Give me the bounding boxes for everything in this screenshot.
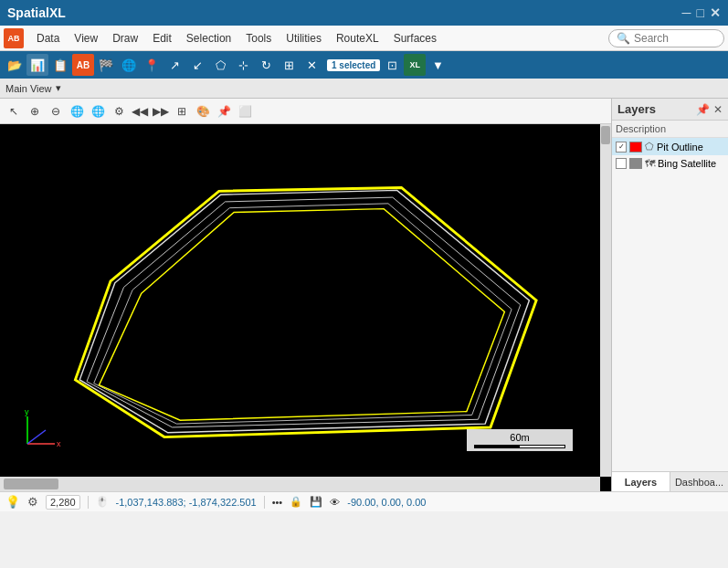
menu-routexl[interactable]: RouteXL: [329, 28, 386, 48]
tb-cursor2-btn[interactable]: ⊹: [232, 54, 254, 76]
maximize-button[interactable]: □: [697, 5, 704, 20]
map-svg: [0, 124, 600, 477]
lt-gear-btn[interactable]: ⚙: [109, 101, 129, 121]
lt-globe-btn[interactable]: 🌐: [67, 101, 87, 121]
title-bar: SpatialXL ─ □ ✕: [0, 0, 728, 26]
canvas-area: ↖ ⊕ ⊖ 🌐 🌐 ⚙ ◀◀ ▶▶ ⊞ 🎨 📌 ⬜: [0, 99, 611, 491]
menu-utilities[interactable]: Utilities: [279, 28, 329, 48]
tb-excel-btn[interactable]: XL: [404, 54, 426, 76]
list-item[interactable]: ⬠ Pit Outline: [612, 138, 728, 155]
axis-indicator: y x: [18, 407, 64, 453]
search-icon: 🔍: [617, 32, 630, 45]
layer-name-label: Pit Outline: [657, 142, 724, 153]
lt-next-btn[interactable]: ▶▶: [151, 101, 171, 121]
lt-rect-btn[interactable]: ⬜: [235, 101, 255, 121]
tb-globe-btn[interactable]: 🌐: [118, 54, 140, 76]
save-icon[interactable]: 💾: [310, 496, 322, 508]
scale-line: [474, 445, 565, 448]
lt-palette-btn[interactable]: 🎨: [193, 101, 213, 121]
tb-ab-btn[interactable]: AB: [72, 54, 94, 76]
view-tab-bar: Main View ▾: [0, 79, 728, 99]
scroll-bottom[interactable]: [0, 477, 600, 491]
tb-data-btn[interactable]: 📊: [26, 54, 48, 76]
lt-zoom-in-btn[interactable]: ⊕: [25, 101, 45, 121]
svg-marker-0: [79, 190, 529, 432]
status-settings-icon[interactable]: ⚙: [27, 495, 38, 509]
svg-text:x: x: [57, 439, 61, 448]
eye-icon: 👁: [330, 497, 340, 508]
tb-poly-btn[interactable]: ⬠: [209, 54, 231, 76]
tb-down-btn[interactable]: ▼: [427, 54, 448, 76]
main-toolbar: 📂 📊 📋 AB 🏁 🌐 📍 ↗ ↙ ⬠ ⊹ ↻ ⊞ ✕ 1 selected …: [0, 51, 728, 79]
view-tab-label[interactable]: Main View: [5, 83, 52, 94]
lt-bookmark-btn[interactable]: 📌: [214, 101, 234, 121]
tb-pin-btn[interactable]: 📍: [141, 54, 163, 76]
tb-delete-btn[interactable]: ✕: [301, 54, 322, 76]
svg-line-9: [27, 430, 46, 444]
tb-rotate-btn[interactable]: ↻: [255, 54, 277, 76]
search-box[interactable]: 🔍: [608, 29, 724, 47]
layers-close-btn[interactable]: ✕: [713, 103, 723, 116]
menu-surfaces[interactable]: Surfaces: [386, 28, 444, 48]
menu-selection[interactable]: Selection: [179, 28, 238, 48]
close-button[interactable]: ✕: [710, 5, 721, 20]
layer-name-label: Bing Satellite: [658, 158, 724, 169]
menu-data[interactable]: Data: [29, 28, 67, 48]
cursor-icon: 🖱️: [96, 496, 109, 508]
search-input[interactable]: [634, 32, 716, 45]
tb-table-btn[interactable]: 📋: [49, 54, 71, 76]
selection-badge: 1 selected: [327, 59, 380, 71]
layers-header: Layers 📌 ✕: [612, 99, 728, 121]
menu-draw[interactable]: Draw: [105, 28, 145, 48]
minimize-button[interactable]: ─: [682, 5, 691, 20]
layers-column-header: Description: [612, 121, 728, 138]
tb-arrow-btn[interactable]: ↗: [164, 54, 185, 76]
layer-type-icon: 🗺: [645, 158, 655, 169]
tab-layers[interactable]: Layers: [612, 472, 670, 491]
rotation-display: -90.00, 0.00, 0.00: [347, 497, 426, 508]
layers-header-controls: 📌 ✕: [696, 103, 723, 116]
dot-indicator: •••: [272, 497, 283, 508]
zoom-dropdown[interactable]: 2,280: [46, 495, 80, 510]
lt-prev-btn[interactable]: ◀◀: [130, 101, 150, 121]
view-tab-dropdown[interactable]: ▾: [56, 82, 61, 94]
layer-type-icon: ⬠: [645, 141, 654, 153]
title-bar-controls: ─ □ ✕: [682, 5, 721, 20]
lt-arrow-btn[interactable]: ↖: [4, 101, 24, 121]
svg-text:y: y: [25, 407, 29, 416]
lt-globe2-btn[interactable]: 🌐: [88, 101, 108, 121]
menu-tools[interactable]: Tools: [238, 28, 279, 48]
layer-bottom-tabs: Layers Dashboa...: [612, 471, 728, 491]
status-bulb-icon[interactable]: 💡: [5, 495, 20, 509]
layer-visibility-check[interactable]: [616, 142, 627, 153]
coordinate-display: -1,037,143.883; -1,874,322.501: [116, 497, 257, 508]
status-sep-1: [88, 496, 89, 509]
menu-view[interactable]: View: [67, 28, 105, 48]
tab-dashboard[interactable]: Dashboa...: [670, 472, 728, 491]
lt-grid-btn[interactable]: ⊞: [172, 101, 192, 121]
tb-select-btn[interactable]: ⊞: [278, 54, 300, 76]
lock-icon[interactable]: 🔒: [290, 496, 302, 508]
app-title: SpatialXL: [7, 5, 66, 20]
tb-cursor-btn[interactable]: ↙: [186, 54, 208, 76]
tb-open-btn[interactable]: 📂: [4, 54, 26, 76]
lt-zoom-out-btn[interactable]: ⊖: [46, 101, 66, 121]
layer-visibility-check[interactable]: [616, 158, 627, 169]
status-sep-2: [264, 496, 265, 509]
menu-bar: AB Data View Draw Edit Selection Tools U…: [0, 26, 728, 51]
scale-label: 60m: [510, 432, 529, 443]
scroll-right[interactable]: [600, 124, 611, 477]
layers-list: ⬠ Pit Outline 🗺 Bing Satellite: [612, 138, 728, 471]
tb-copy-btn[interactable]: ⊡: [381, 54, 403, 76]
tb-flag-btn[interactable]: 🏁: [95, 54, 117, 76]
svg-marker-3: [75, 187, 536, 437]
status-bar: 💡 ⚙ 2,280 🖱️ -1,037,143.883; -1,874,322.…: [0, 491, 728, 511]
menu-edit[interactable]: Edit: [145, 28, 179, 48]
layers-pin-btn[interactable]: 📌: [696, 103, 710, 116]
left-toolbar: ↖ ⊕ ⊖ 🌐 🌐 ⚙ ◀◀ ▶▶ ⊞ 🎨 📌 ⬜: [0, 99, 611, 124]
app-icon: AB: [4, 28, 24, 48]
list-item[interactable]: 🗺 Bing Satellite: [612, 155, 728, 172]
main-area: ↖ ⊕ ⊖ 🌐 🌐 ⚙ ◀◀ ▶▶ ⊞ 🎨 📌 ⬜: [0, 99, 728, 491]
svg-marker-2: [94, 204, 512, 424]
map-canvas[interactable]: y x 60m: [0, 124, 600, 477]
